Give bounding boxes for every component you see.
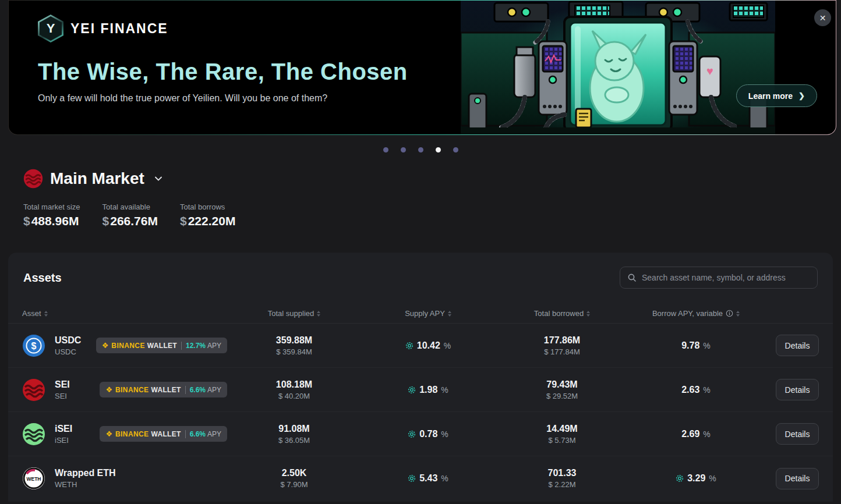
sei-coin-icon [22, 378, 45, 402]
col-asset[interactable]: Asset [22, 309, 227, 318]
currency-sign: $ [103, 214, 109, 228]
carousel-dot-5[interactable] [453, 147, 458, 152]
stat-label: Total available [103, 203, 158, 211]
info-icon [726, 310, 733, 317]
borrow-apy: 2.69 [681, 429, 699, 439]
search-icon [627, 273, 637, 282]
yei-logo-icon: Y [38, 15, 63, 42]
col-total-supplied[interactable]: Total supplied [227, 309, 361, 318]
details-button-weth[interactable]: Details [776, 468, 819, 489]
carousel-dot-1[interactable] [383, 147, 388, 152]
isei-coin-icon [22, 423, 45, 446]
search-input[interactable] [642, 273, 810, 282]
carousel-dot-4-active[interactable] [436, 147, 441, 152]
borrow-apy: 3.29 [687, 473, 705, 484]
svg-text:$: $ [31, 341, 37, 351]
total-supplied-usd: $ 7.90M [227, 480, 361, 489]
col-supply-apy[interactable]: Supply APY [361, 309, 495, 318]
binance-wallet-badge: ❖ BINANCE WALLET 6.6% APY [100, 382, 227, 397]
assets-title: Assets [23, 271, 62, 285]
details-button-isei[interactable]: Details [776, 423, 819, 445]
total-borrowed-usd: $ 177.84M [495, 347, 629, 356]
percent-sign: % [444, 341, 451, 350]
asset-symbol: SEI [55, 392, 100, 400]
chevron-down-icon [154, 174, 163, 183]
chevron-right-icon: ❯ [798, 91, 805, 100]
usdc-coin-icon: $ [22, 334, 45, 357]
table-row-sei[interactable]: SEI SEI ❖ BINANCE WALLET 6.6% APY 108.18… [8, 368, 833, 412]
col-borrow-apy[interactable]: Borrow APY, variable [629, 309, 763, 318]
asset-symbol: iSEI [55, 436, 100, 445]
asset-name: iSEI [55, 424, 100, 434]
close-icon: ✕ [819, 13, 826, 23]
carousel-dot-2[interactable] [401, 147, 406, 152]
stat-value: 488.96M [31, 214, 79, 228]
total-borrowed: 79.43M [495, 379, 629, 390]
stat-value: 266.76M [110, 214, 158, 228]
percent-sign: % [441, 385, 448, 395]
total-supplied: 359.88M [227, 335, 361, 346]
table-row-isei[interactable]: iSEI iSEI ❖ BINANCE WALLET 6.6% APY 91.0… [8, 412, 833, 456]
sort-icon [736, 311, 740, 317]
asset-name: Wrapped ETH [55, 468, 116, 478]
total-borrowed: 177.86M [495, 335, 629, 346]
carousel-dots [0, 147, 841, 152]
market-selector[interactable]: Main Market [23, 169, 841, 189]
assets-panel: Assets Asset Total supplied Supply APY [8, 253, 833, 502]
reward-rosette-icon [408, 430, 416, 438]
stat-value: 222.20M [188, 214, 236, 228]
weth-coin-icon: WETH [22, 467, 45, 490]
total-supplied: 2.50K [227, 468, 361, 478]
yei-logo: Y YEI FINANCE [38, 15, 408, 42]
total-supplied-usd: $ 359.84M [227, 347, 361, 356]
svg-text:♥: ♥ [706, 65, 713, 77]
stat-total-available: Total available $266.76M [103, 203, 158, 228]
currency-sign: $ [23, 214, 30, 228]
learn-more-button[interactable]: Learn more ❯ [736, 84, 817, 107]
badge-apy: 6.6% [190, 386, 206, 394]
percent-sign: % [703, 430, 710, 439]
banner-subtitle: Only a few will hold the true power of Y… [38, 93, 408, 104]
total-supplied: 108.18M [227, 379, 361, 390]
market-title: Main Market [50, 169, 144, 188]
percent-sign: % [703, 341, 710, 350]
total-supplied-usd: $ 36.05M [227, 436, 361, 445]
stat-total-borrows: Total borrows $222.20M [180, 203, 235, 228]
supply-apy: 10.42 [417, 340, 440, 351]
reward-rosette-icon [405, 342, 414, 350]
supply-apy: 0.78 [419, 429, 437, 439]
binance-icon: ❖ [102, 341, 109, 350]
badge-apy: 12.7% [186, 342, 206, 350]
total-borrowed: 14.49M [495, 424, 629, 434]
binance-icon: ❖ [105, 430, 112, 438]
borrow-apy: 9.78 [681, 340, 699, 351]
sort-icon [448, 311, 451, 317]
svg-text:WETH: WETH [26, 476, 41, 482]
total-borrowed: 701.33 [495, 468, 629, 478]
table-row-weth[interactable]: WETH Wrapped ETH WETH 2.50K $ 7.90M 5.43… [8, 456, 833, 501]
asset-symbol: USDC [55, 347, 96, 356]
borrow-apy: 2.63 [681, 385, 699, 395]
asset-name: SEI [55, 379, 100, 390]
supply-apy: 5.43 [419, 473, 437, 484]
total-supplied: 91.08M [227, 424, 361, 434]
reward-rosette-icon [676, 474, 684, 482]
table-row-usdc[interactable]: $ USDC USDC ❖ BINANCE WALLET 12.7% APY 3… [8, 324, 833, 368]
details-button-sei[interactable]: Details [776, 379, 819, 400]
col-total-borrowed[interactable]: Total borrowed [495, 309, 629, 318]
asset-search [620, 267, 818, 289]
percent-sign: % [441, 430, 448, 439]
details-button-usdc[interactable]: Details [776, 335, 819, 356]
stat-label: Total market size [23, 203, 80, 211]
sort-icon [317, 311, 320, 317]
stat-label: Total borrows [180, 203, 235, 211]
total-supplied-usd: $ 40.20M [227, 392, 361, 400]
sei-market-icon [23, 169, 43, 189]
carousel-dot-3[interactable] [418, 147, 423, 152]
binance-wallet-badge: ❖ BINANCE WALLET 6.6% APY [100, 426, 227, 442]
total-borrowed-usd: $ 2.22M [495, 480, 629, 489]
asset-name: USDC [55, 335, 96, 346]
yei-logo-text: YEI FINANCE [70, 21, 168, 37]
percent-sign: % [709, 474, 716, 483]
banner-close-button[interactable]: ✕ [814, 9, 831, 26]
